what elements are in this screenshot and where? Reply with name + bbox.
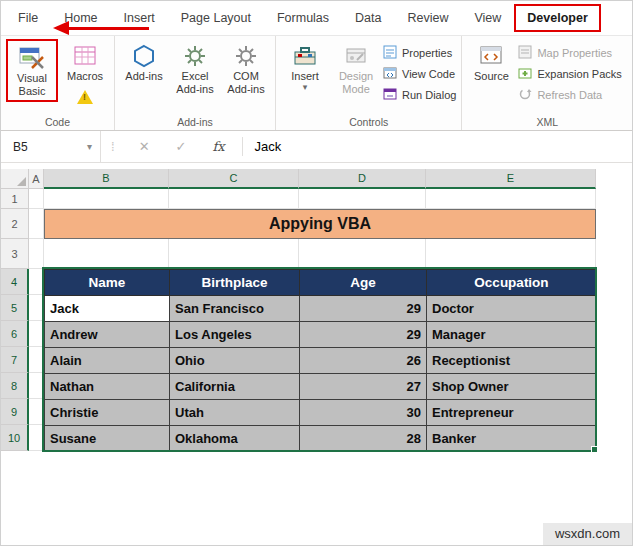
name-box-dropdown-icon[interactable]: ▾ [87, 141, 92, 152]
table-header-occupation[interactable]: Occupation [427, 270, 597, 296]
column-header-c[interactable]: C [169, 169, 299, 189]
table-header-birthplace[interactable]: Birthplace [170, 270, 300, 296]
design-mode-button[interactable]: Design Mode [332, 39, 380, 98]
run-dialog-button[interactable]: Run Dialog [383, 86, 456, 103]
cell[interactable]: San Francisco [170, 296, 300, 322]
row-header-4[interactable]: 4 [1, 269, 29, 295]
com-add-ins-label: COM Add-ins [223, 70, 269, 95]
tab-data[interactable]: Data [342, 4, 394, 32]
macro-security-warning-icon[interactable]: ! [77, 90, 93, 104]
properties-button[interactable]: Properties [383, 44, 456, 61]
cell-a1[interactable] [29, 189, 44, 209]
cell-a6[interactable] [29, 321, 44, 347]
cell[interactable]: Entrepreneur [427, 400, 597, 426]
row-header-2[interactable]: 2 [1, 209, 29, 239]
cell-a8[interactable] [29, 373, 44, 399]
insert-dropdown-icon[interactable]: ▾ [303, 83, 308, 92]
table-header-name[interactable]: Name [45, 270, 170, 296]
refresh-data-button[interactable]: Refresh Data [518, 86, 621, 103]
cell[interactable]: Shop Owner [427, 374, 597, 400]
cell-a2[interactable] [29, 209, 44, 239]
cell[interactable]: Nathan [45, 374, 170, 400]
cell-a10[interactable] [29, 425, 44, 451]
worksheet-title-cell[interactable]: Appying VBA [44, 209, 596, 239]
column-header-d[interactable]: D [299, 169, 426, 189]
cell[interactable]: Utah [170, 400, 300, 426]
cell[interactable]: Doctor [427, 296, 597, 322]
insert-control-button[interactable]: Insert ▾ [281, 39, 329, 95]
cell[interactable]: 30 [300, 400, 427, 426]
view-code-label: View Code [402, 68, 455, 80]
cell[interactable]: Christie [45, 400, 170, 426]
tab-page-layout[interactable]: Page Layout [168, 4, 264, 32]
cell-a3[interactable] [29, 239, 44, 269]
column-header-e[interactable]: E [426, 169, 596, 189]
formula-bar-divider [242, 137, 243, 156]
row-header-7[interactable]: 7 [1, 347, 29, 373]
tab-review[interactable]: Review [394, 4, 461, 32]
com-add-ins-button[interactable]: COM Add-ins [222, 39, 270, 98]
tab-file[interactable]: File [5, 4, 51, 32]
select-all-corner[interactable] [1, 169, 29, 189]
view-code-button[interactable]: View Code [383, 65, 456, 82]
visual-basic-button[interactable]: Visual Basic [8, 41, 56, 100]
toolbox-icon [293, 42, 317, 70]
add-ins-button[interactable]: Add-ins [120, 39, 168, 86]
row-header-8[interactable]: 8 [1, 373, 29, 399]
cell-a4[interactable] [29, 269, 44, 295]
cell[interactable]: 29 [300, 296, 427, 322]
row-header-3[interactable]: 3 [1, 239, 29, 269]
cell-b1[interactable] [44, 189, 169, 209]
active-cell-b5[interactable]: Jack [45, 296, 170, 322]
cell-a7[interactable] [29, 347, 44, 373]
cell-e1[interactable] [426, 189, 596, 209]
row-header-10[interactable]: 10 [1, 425, 29, 451]
cell[interactable]: Receptionist [427, 348, 597, 374]
formula-bar-input[interactable]: Jack [247, 139, 282, 154]
cell[interactable]: 26 [300, 348, 427, 374]
cell[interactable]: 28 [300, 426, 427, 452]
cell-d1[interactable] [299, 189, 426, 209]
cancel-icon[interactable]: ✕ [139, 139, 150, 154]
excel-add-ins-button[interactable]: Excel Add-ins [171, 39, 219, 98]
column-header-b[interactable]: B [44, 169, 169, 189]
cell-a9[interactable] [29, 399, 44, 425]
expansion-packs-button[interactable]: Expansion Packs [518, 65, 621, 82]
fill-handle[interactable] [591, 446, 598, 453]
map-properties-button[interactable]: Map Properties [518, 44, 621, 61]
cell[interactable]: Oklahoma [170, 426, 300, 452]
cell-c3[interactable] [169, 239, 299, 269]
cell[interactable]: 27 [300, 374, 427, 400]
row-header-6[interactable]: 6 [1, 321, 29, 347]
cell[interactable]: Andrew [45, 322, 170, 348]
cell-b3[interactable] [44, 239, 169, 269]
cell[interactable]: Manager [427, 322, 597, 348]
row-header-1[interactable]: 1 [1, 189, 29, 209]
cells-grid: A B C D E 1 2 3 4 5 6 7 8 9 10 [1, 169, 596, 451]
cell[interactable]: California [170, 374, 300, 400]
row-header-5[interactable]: 5 [1, 295, 29, 321]
insert-function-icon[interactable]: fx [212, 139, 224, 154]
cell[interactable]: Banker [427, 426, 597, 452]
name-box-value: B5 [13, 140, 28, 154]
enter-icon[interactable]: ✓ [176, 139, 187, 154]
cell-d3[interactable] [299, 239, 426, 269]
cell-e3[interactable] [426, 239, 596, 269]
cell-c1[interactable] [169, 189, 299, 209]
row-header-9[interactable]: 9 [1, 399, 29, 425]
tab-developer[interactable]: Developer [514, 4, 600, 32]
cell[interactable]: Susane [45, 426, 170, 452]
column-header-a[interactable]: A [29, 169, 44, 189]
cell[interactable]: 29 [300, 322, 427, 348]
tab-view[interactable]: View [461, 4, 514, 32]
cell[interactable]: Alain [45, 348, 170, 374]
macros-button[interactable]: Macros [61, 39, 109, 86]
table-header-age[interactable]: Age [300, 270, 427, 296]
source-button[interactable]: Source [467, 39, 515, 86]
name-box[interactable]: B5 ▾ [1, 131, 101, 162]
cell-a5[interactable] [29, 295, 44, 321]
data-table-region: Name Birthplace Age Occupation Jack San … [44, 269, 596, 451]
tab-formulas[interactable]: Formulas [264, 4, 342, 32]
cell[interactable]: Los Angeles [170, 322, 300, 348]
cell[interactable]: Ohio [170, 348, 300, 374]
